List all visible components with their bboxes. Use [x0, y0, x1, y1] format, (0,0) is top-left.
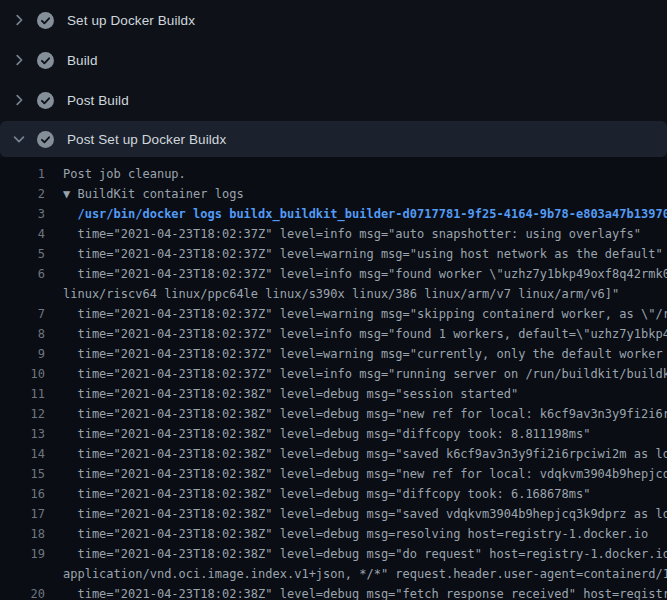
log-line: 17 time="2021-04-23T18:02:38Z" level=deb… — [0, 504, 667, 524]
log-text: time="2021-04-23T18:02:37Z" level=info m… — [45, 224, 641, 244]
step-row-post-set-up-docker-buildx[interactable]: Post Set up Docker Buildx — [0, 121, 667, 157]
line-number[interactable]: 16 — [0, 484, 45, 504]
step-label: Set up Docker Buildx — [67, 13, 195, 28]
log-text: time="2021-04-23T18:02:38Z" level=debug … — [45, 584, 667, 600]
line-number[interactable]: 2 — [0, 184, 45, 204]
actions-log-viewer: Set up Docker Buildx Build Post Build — [0, 0, 667, 600]
line-number[interactable]: 12 — [0, 404, 45, 424]
line-number[interactable]: 7 — [0, 304, 45, 324]
line-number[interactable]: 18 — [0, 524, 45, 544]
log-line: 10 time="2021-04-23T18:02:37Z" level=inf… — [0, 364, 667, 384]
line-number[interactable]: 8 — [0, 324, 45, 344]
log-line: 3 /usr/bin/docker logs buildx_buildkit_b… — [0, 204, 667, 224]
log-text: time="2021-04-23T18:02:38Z" level=debug … — [45, 484, 590, 504]
log-line: 20 time="2021-04-23T18:02:38Z" level=deb… — [0, 584, 667, 600]
line-number[interactable]: 3 — [0, 204, 45, 224]
log-text: time="2021-04-23T18:02:38Z" level=debug … — [45, 444, 667, 464]
log-text: time="2021-04-23T18:02:37Z" level=warnin… — [45, 304, 667, 324]
step-row-build[interactable]: Build — [0, 40, 667, 80]
log-line: 5 time="2021-04-23T18:02:37Z" level=warn… — [0, 244, 667, 264]
log-line: 1 Post job cleanup. — [0, 164, 667, 184]
log-line: 2 ▼ BuildKit container logs — [0, 184, 667, 204]
log-text: time="2021-04-23T18:02:38Z" level=debug … — [45, 464, 667, 484]
log-text: time="2021-04-23T18:02:38Z" level=debug … — [45, 504, 667, 524]
log-text: time="2021-04-23T18:02:37Z" level=warnin… — [45, 344, 667, 364]
line-number[interactable]: 4 — [0, 224, 45, 244]
step-label: Build — [67, 53, 98, 68]
line-number[interactable]: 20 — [0, 584, 45, 600]
line-number[interactable]: 10 — [0, 364, 45, 384]
log-text: time="2021-04-23T18:02:38Z" level=debug … — [45, 384, 518, 404]
line-number[interactable]: 9 — [0, 344, 45, 364]
log-text: time="2021-04-23T18:02:37Z" level=info m… — [45, 324, 667, 344]
line-number[interactable]: 19 — [0, 544, 45, 564]
chevron-right-icon — [11, 92, 27, 108]
line-number[interactable]: 6 — [0, 264, 45, 284]
line-number[interactable]: 13 — [0, 424, 45, 444]
log-text: time="2021-04-23T18:02:37Z" level=info m… — [45, 264, 667, 284]
log-text: time="2021-04-23T18:02:38Z" level=debug … — [45, 424, 590, 444]
log-group-toggle[interactable]: ▼ BuildKit container logs — [45, 184, 244, 204]
log-text: Post job cleanup. — [45, 164, 186, 184]
log-line: 18 time="2021-04-23T18:02:38Z" level=deb… — [0, 524, 667, 544]
log-line: 11 time="2021-04-23T18:02:38Z" level=deb… — [0, 384, 667, 404]
log-text: time="2021-04-23T18:02:37Z" level=warnin… — [45, 244, 663, 264]
log-line: 4 time="2021-04-23T18:02:37Z" level=info… — [0, 224, 667, 244]
log-line: linux/riscv64 linux/ppc64le linux/s390x … — [0, 284, 667, 304]
log-line: 8 time="2021-04-23T18:02:37Z" level=info… — [0, 324, 667, 344]
log-line: 13 time="2021-04-23T18:02:38Z" level=deb… — [0, 424, 667, 444]
log-text: linux/riscv64 linux/ppc64le linux/s390x … — [45, 284, 619, 304]
log-text: application/vnd.oci.image.index.v1+json,… — [45, 564, 667, 584]
log-line: 16 time="2021-04-23T18:02:38Z" level=deb… — [0, 484, 667, 504]
log-text: time="2021-04-23T18:02:38Z" level=debug … — [45, 404, 667, 424]
check-circle-icon — [37, 92, 54, 109]
step-label: Post Build — [67, 93, 129, 108]
log-panel[interactable]: 1 Post job cleanup. 2 ▼ BuildKit contain… — [0, 157, 667, 600]
log-line: 15 time="2021-04-23T18:02:38Z" level=deb… — [0, 464, 667, 484]
line-number[interactable]: 14 — [0, 444, 45, 464]
log-line: 14 time="2021-04-23T18:02:38Z" level=deb… — [0, 444, 667, 464]
line-number[interactable]: 11 — [0, 384, 45, 404]
steps-panel: Set up Docker Buildx Build Post Build — [0, 0, 667, 157]
line-number[interactable]: 1 — [0, 164, 45, 184]
chevron-down-icon — [11, 131, 27, 147]
log-text: /usr/bin/docker logs buildx_buildkit_bui… — [45, 204, 667, 224]
log-text: time="2021-04-23T18:02:38Z" level=debug … — [45, 544, 667, 564]
log-line: 9 time="2021-04-23T18:02:37Z" level=warn… — [0, 344, 667, 364]
chevron-right-icon — [11, 12, 27, 28]
line-number — [0, 284, 45, 304]
line-number[interactable]: 15 — [0, 464, 45, 484]
step-row-post-build[interactable]: Post Build — [0, 80, 667, 120]
log-text: time="2021-04-23T18:02:38Z" level=debug … — [45, 524, 648, 544]
step-row-set-up-docker-buildx[interactable]: Set up Docker Buildx — [0, 0, 667, 40]
check-circle-icon — [37, 52, 54, 69]
log-line: 12 time="2021-04-23T18:02:38Z" level=deb… — [0, 404, 667, 424]
check-circle-icon — [37, 131, 54, 148]
log-line: 19 time="2021-04-23T18:02:38Z" level=deb… — [0, 544, 667, 564]
log-text: time="2021-04-23T18:02:37Z" level=info m… — [45, 364, 667, 384]
log-line: application/vnd.oci.image.index.v1+json,… — [0, 564, 667, 584]
line-number[interactable]: 5 — [0, 244, 45, 264]
log-line: 6 time="2021-04-23T18:02:37Z" level=info… — [0, 264, 667, 284]
chevron-right-icon — [11, 52, 27, 68]
check-circle-icon — [37, 12, 54, 29]
log-line: 7 time="2021-04-23T18:02:37Z" level=warn… — [0, 304, 667, 324]
line-number[interactable]: 17 — [0, 504, 45, 524]
line-number — [0, 564, 45, 584]
step-label: Post Set up Docker Buildx — [67, 132, 226, 147]
